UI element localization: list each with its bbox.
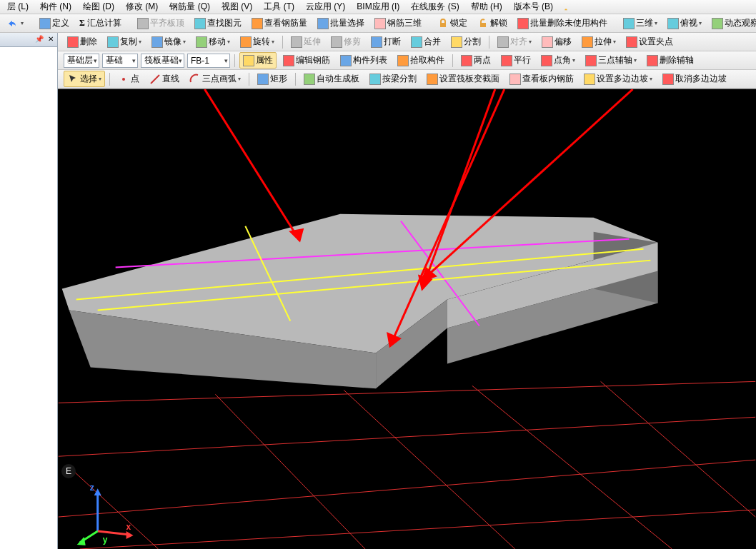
parallel-button[interactable]: 平行	[497, 52, 534, 69]
viewport-3d[interactable]: z x y E	[58, 89, 756, 549]
attr-button[interactable]: 属性	[239, 52, 277, 69]
autogen-button[interactable]: 自动生成板	[300, 71, 363, 87]
layer-combo[interactable]: 基础层	[64, 54, 99, 68]
top-button[interactable]: 俯视	[664, 15, 705, 31]
viewbar2-button[interactable]: 查看板内钢筋	[506, 71, 577, 87]
toolbar-1: 定义 Σ 汇总计算 平齐板顶 查找图元 查看钢筋量 批量选择 钢筋三维 锁定 解…	[0, 14, 756, 33]
svg-line-11	[344, 390, 515, 549]
menu-item[interactable]: 工具 (T)	[259, 0, 299, 14]
svg-line-25	[204, 89, 299, 241]
break-button[interactable]: 打断	[367, 34, 404, 50]
menu-item[interactable]: BIM应用 (I)	[352, 0, 404, 14]
toolbar-3: 基础层 基础 筏板基础 FB-1 属性 编辑钢筋 构件列表 拾取构件 两点 平行…	[58, 51, 756, 70]
batchsel-button[interactable]: 批量选择	[314, 15, 368, 31]
orientation-gizmo: z x y	[77, 483, 134, 545]
viewbar-button[interactable]: 查看钢筋量	[248, 15, 311, 31]
svg-line-10	[215, 394, 365, 549]
menu-item[interactable]: 视图 (V)	[217, 0, 257, 14]
menu-item[interactable]: 帮助 (H)	[467, 0, 507, 14]
sidebar: 📌 ✕	[0, 33, 58, 549]
editbar-button[interactable]: 编辑钢筋	[279, 52, 334, 69]
type-combo[interactable]: 筏板基础	[141, 54, 184, 68]
menubar: 层 (L) 构件 (N) 绘图 (D) 修改 (M) 钢筋量 (Q) 视图 (V…	[0, 0, 756, 14]
menu-item[interactable]: 层 (L)	[3, 0, 33, 14]
point-button[interactable]: 点	[114, 71, 143, 87]
arc3-button[interactable]: 三点画弧	[186, 71, 244, 87]
select-button[interactable]: 选择	[64, 71, 105, 87]
merge-button[interactable]: 合并	[407, 34, 444, 50]
dyn-button[interactable]: 动态观察	[708, 15, 756, 31]
svg-line-13	[601, 381, 756, 517]
menu-item[interactable]: 绘图 (D)	[79, 0, 119, 14]
pick-button[interactable]: 拾取构件	[394, 52, 448, 69]
svg-text:x: x	[126, 522, 131, 532]
define-button[interactable]: 定义	[36, 15, 73, 31]
toolbar-2: 删除 复制 镜像 移动 旋转 延伸 修剪 打断 合并 分割 对齐 偏移 拉伸 设…	[58, 33, 756, 51]
menu-item[interactable]: 云应用 (Y)	[302, 0, 349, 14]
svg-marker-40	[77, 537, 86, 545]
viewport-svg: z x y	[58, 89, 756, 549]
svg-rect-0	[564, 9, 567, 10]
mirror-button[interactable]: 镜像	[148, 34, 189, 50]
svg-text:z: z	[90, 483, 94, 493]
threept-button[interactable]: 三点辅轴	[582, 52, 640, 69]
cat-combo[interactable]: 基础	[102, 54, 138, 68]
line-button[interactable]: 直线	[146, 71, 183, 87]
delaux-button[interactable]: 删除辅轴	[643, 52, 697, 69]
move-button[interactable]: 移动	[192, 34, 234, 50]
close-icon[interactable]: ✕	[46, 35, 56, 45]
slab	[62, 214, 658, 389]
tri-button[interactable]: 钢筋三维	[371, 15, 425, 31]
beamsplit-button[interactable]: 按梁分割	[366, 71, 420, 87]
undo-button[interactable]	[3, 16, 27, 31]
stretch-button[interactable]: 拉伸	[578, 34, 620, 50]
batchdel-button[interactable]: 批量删除未使用构件	[514, 15, 611, 31]
toolbar-4: 选择 点 直线 三点画弧 矩形 自动生成板 按梁分割 设置筏板变截面 查看板内钢…	[58, 70, 756, 89]
svg-line-4	[151, 75, 159, 84]
svg-line-6	[59, 417, 755, 456]
pin-icon[interactable]: 📌	[34, 35, 44, 45]
svg-text:y: y	[103, 535, 108, 545]
menu-item[interactable]: 版本号 (B)	[509, 0, 557, 14]
svg-marker-37	[126, 531, 134, 539]
svg-marker-34	[94, 488, 101, 495]
svg-point-3	[122, 78, 125, 81]
svg-rect-2	[480, 23, 486, 27]
rotate-button[interactable]: 旋转	[237, 34, 278, 50]
extend-button[interactable]: 延伸	[287, 34, 324, 50]
sidebar-head: 📌 ✕	[0, 33, 57, 47]
twopt-button[interactable]: 两点	[457, 52, 494, 69]
angpt-button[interactable]: 点角	[537, 52, 579, 69]
svg-line-8	[80, 510, 756, 549]
flat-button[interactable]: 平齐板顶	[134, 15, 188, 31]
multislope-button[interactable]: 设置多边边坡	[580, 71, 656, 87]
axis-label-e: E	[61, 464, 76, 478]
delete-button[interactable]: 删除	[64, 34, 101, 50]
svg-line-5	[59, 381, 755, 403]
rect-button[interactable]: 矩形	[254, 71, 291, 87]
align-button[interactable]: 对齐	[494, 34, 535, 50]
lock-button[interactable]: 锁定	[434, 15, 471, 31]
member-combo[interactable]: FB-1	[187, 54, 230, 68]
content: 删除 复制 镜像 移动 旋转 延伸 修剪 打断 合并 分割 对齐 偏移 拉伸 设…	[58, 33, 756, 549]
floor-grid	[59, 381, 755, 549]
cancelslope-button[interactable]: 取消多边边坡	[659, 71, 730, 87]
sum-button[interactable]: Σ 汇总计算	[76, 15, 125, 31]
trim-button[interactable]: 修剪	[327, 34, 364, 50]
findel-button[interactable]: 查找图元	[191, 15, 245, 31]
menu-item[interactable]: 修改 (M)	[121, 0, 162, 14]
svg-line-7	[59, 460, 755, 517]
unlock-button[interactable]: 解锁	[474, 15, 511, 31]
copy-button[interactable]: 复制	[104, 34, 145, 50]
svg-rect-1	[440, 23, 446, 27]
menu-item[interactable]: 在线服务 (S)	[407, 0, 463, 14]
grip-button[interactable]: 设置夹点	[622, 34, 677, 50]
split-button[interactable]: 分割	[447, 34, 484, 50]
menu-item[interactable]: 钢筋量 (Q)	[165, 0, 214, 14]
svg-line-9	[69, 467, 159, 549]
3d-button[interactable]: 三维	[620, 15, 661, 31]
raftsec-button[interactable]: 设置筏板变截面	[423, 71, 503, 87]
list-button[interactable]: 构件列表	[337, 52, 391, 69]
menu-item[interactable]: 构件 (N)	[36, 0, 76, 14]
offset-button[interactable]: 偏移	[538, 34, 575, 50]
